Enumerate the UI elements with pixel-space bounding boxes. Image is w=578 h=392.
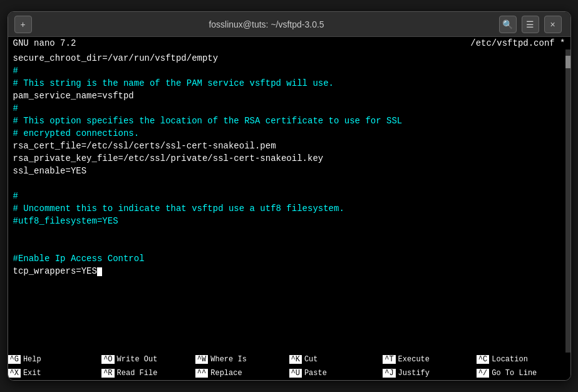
shortcut-help[interactable]: ^G Help	[8, 353, 102, 366]
line-1: secure_chroot_dir=/var/run/vsftpd/empty	[13, 53, 219, 63]
close-button[interactable]: ×	[544, 16, 562, 33]
shortcut-label-replace: Replace	[210, 369, 242, 378]
search-button[interactable]: 🔍	[499, 16, 517, 33]
shortcut-row-1: ^G Help ^O Write Out ^W Where Is ^K Cut …	[8, 353, 570, 366]
shortcut-exit[interactable]: ^X Exit	[8, 366, 102, 380]
line-4: pam_service_name=vsftpd	[13, 91, 134, 101]
shortcut-label-execute: Execute	[398, 355, 430, 364]
shortcut-paste[interactable]: ^U Paste	[289, 366, 383, 380]
shortcut-label-paste: Paste	[304, 369, 327, 378]
nano-version: GNU nano 7.2	[13, 38, 76, 48]
line-18: tcp_wrappers=YES	[13, 266, 102, 276]
titlebar: + fosslinux@tuts: ~/vsftpd-3.0.5 🔍 ☰ ×	[8, 12, 570, 37]
shortcut-readfile[interactable]: ^R Read File	[101, 366, 195, 380]
shortcut-key-readfile: ^R	[101, 369, 114, 378]
window-title: fosslinux@tuts: ~/vsftpd-3.0.5	[34, 19, 499, 29]
shortcut-label-help: Help	[23, 355, 41, 364]
line-6: # This option specifies the location of …	[13, 116, 403, 126]
shortcut-key-cut: ^K	[289, 355, 302, 364]
line-7: # encrypted connections.	[13, 128, 140, 138]
shortcut-gotoline[interactable]: ^/ Go To Line	[477, 366, 570, 380]
shortcut-key-writeout: ^O	[101, 355, 114, 364]
shortcut-key-replace: ^^	[195, 369, 208, 378]
line-8: rsa_cert_file=/etc/ssl/certs/ssl-cert-sn…	[13, 141, 276, 151]
shortcut-key-execute: ^T	[383, 355, 395, 364]
menu-button[interactable]: ☰	[522, 16, 539, 33]
line-2: #	[13, 66, 18, 76]
shortcut-label-justify: Justify	[398, 369, 430, 378]
line-14: #utf8_filesystem=YES	[13, 216, 118, 226]
shortcut-key-gotoline: ^/	[477, 369, 489, 378]
terminal-window: + fosslinux@tuts: ~/vsftpd-3.0.5 🔍 ☰ × G…	[8, 11, 571, 381]
shortcut-row-2: ^X Exit ^R Read File ^^ Replace ^U Paste…	[8, 366, 570, 380]
shortcut-key-exit: ^X	[8, 369, 21, 378]
shortcut-key-whereis: ^W	[195, 355, 208, 364]
nano-filename: /etc/vsftpd.conf *	[470, 38, 565, 48]
line-10: ssl_enable=YES	[13, 166, 87, 176]
text-cursor	[97, 267, 102, 276]
shortcut-writeout[interactable]: ^O Write Out	[101, 353, 195, 366]
line-3: # This string is the name of the PAM ser…	[13, 78, 334, 88]
shortcut-label-exit: Exit	[23, 369, 41, 378]
line-9: rsa_private_key_file=/etc/ssl/private/ss…	[13, 153, 324, 163]
add-tab-button[interactable]: +	[14, 16, 32, 33]
shortcut-bar: ^G Help ^O Write Out ^W Where Is ^K Cut …	[8, 353, 570, 380]
line-13: # Uncomment this to indicate that vsftpd…	[13, 204, 344, 214]
line-12: #	[13, 191, 18, 201]
shortcut-label-gotoline: Go To Line	[492, 369, 537, 378]
shortcut-label-writeout: Write Out	[117, 355, 158, 364]
shortcut-key-paste: ^U	[289, 369, 302, 378]
title-icons: 🔍 ☰ ×	[499, 16, 564, 33]
shortcut-justify[interactable]: ^J Justify	[383, 366, 477, 380]
editor-area[interactable]: secure_chroot_dir=/var/run/vsftpd/empty …	[8, 49, 570, 353]
shortcut-key-location: ^C	[477, 355, 489, 364]
shortcut-location[interactable]: ^C Location	[477, 353, 570, 366]
shortcut-key-help: ^G	[8, 355, 21, 364]
shortcut-label-cut: Cut	[304, 355, 318, 364]
editor-content[interactable]: secure_chroot_dir=/var/run/vsftpd/empty …	[8, 49, 570, 353]
scrollbar[interactable]	[565, 49, 570, 353]
scrollbar-thumb[interactable]	[565, 56, 570, 68]
shortcut-label-location: Location	[492, 355, 528, 364]
shortcut-label-whereis: Where Is	[210, 355, 247, 364]
line-17: #Enable Ip Access Control	[13, 254, 145, 264]
shortcut-cut[interactable]: ^K Cut	[289, 353, 383, 366]
shortcut-replace[interactable]: ^^ Replace	[195, 366, 289, 380]
shortcut-label-readfile: Read File	[117, 369, 158, 378]
shortcut-execute[interactable]: ^T Execute	[383, 353, 477, 366]
nano-statusbar: GNU nano 7.2 /etc/vsftpd.conf *	[8, 37, 570, 49]
shortcut-key-justify: ^J	[383, 369, 395, 378]
shortcut-whereis[interactable]: ^W Where Is	[195, 353, 289, 366]
line-5: #	[13, 103, 18, 113]
